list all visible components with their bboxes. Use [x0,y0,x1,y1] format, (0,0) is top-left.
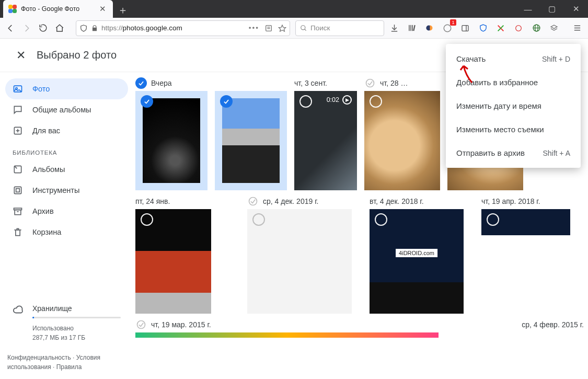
sidebar-item-label: Для вас [32,127,60,135]
select-circle-icon[interactable] [370,95,382,108]
select-circle-icon[interactable] [487,213,499,226]
menu-item-label: Добавить в избранное [456,78,538,87]
group-date-label: Вчера [151,79,172,87]
group-date-label: чт, 28 … [380,79,408,87]
footer-links: Конфиденциальность · Условия использован… [5,348,128,375]
photo-thumb[interactable] [135,209,211,314]
group-header[interactable]: Вчера [135,75,287,91]
sidebar-item-albums[interactable]: Альбомы [5,159,128,180]
footer-privacy[interactable]: Конфиденциальность [7,354,71,361]
svg-rect-10 [413,25,415,31]
group-check-icon[interactable] [135,319,147,330]
menu-item-edit-date[interactable]: Изменить дату и время [446,94,581,118]
photo-thumb[interactable] [135,332,439,338]
group-header[interactable]: ср, 4 февр. 2015 г. [522,317,584,332]
menu-item-favorite[interactable]: Добавить в избранное [446,71,581,94]
group-check-icon[interactable] [135,77,147,89]
tab-title: Фото - Google Фото [21,5,94,13]
lock-icon[interactable] [91,25,98,32]
group-header[interactable]: чт, 19 мар. 2015 г. [135,317,439,332]
sidebar-section-label: БИБЛИОТЕКА [5,141,128,159]
svg-rect-32 [16,189,20,192]
select-circle-icon[interactable] [141,213,153,226]
menu-item-archive[interactable]: Отправить в архив Shift + A [446,141,581,165]
ext-tools-icon[interactable] [493,20,509,36]
photo-thumb[interactable] [247,209,352,314]
footer-rules[interactable]: Правила [56,363,82,371]
group-date-label: чт, 19 апр. 2018 г. [481,197,540,205]
menu-item-shortcut: Shift + D [542,55,570,63]
window-close-button[interactable]: ✕ [564,0,588,18]
sidebar-item-shared[interactable]: Общие альбомы [5,99,128,120]
photo-thumb[interactable] [370,209,464,314]
photo-thumb[interactable] [364,91,440,190]
reader-icon[interactable] [264,24,273,32]
library-icon[interactable] [404,20,420,36]
ext-flag-icon[interactable] [511,20,526,36]
nav-back-button[interactable] [3,20,17,36]
svg-point-38 [137,321,145,329]
select-check-icon[interactable] [141,95,153,108]
browser-tab[interactable]: Фото - Google Фото ✕ [3,0,113,18]
sidebar-item-tools[interactable]: Инструменты [5,180,128,201]
photo-thumb[interactable] [481,209,570,314]
sidebar-item-archive[interactable]: Архив [5,201,128,222]
svg-point-37 [249,198,257,205]
group-date-label: ср, 4 дек. 2019 г. [263,197,318,205]
page-action-dots-icon[interactable]: ••• [249,24,259,32]
ext-stack-icon[interactable] [546,20,562,36]
sidebar: Фото Общие альбомы Для вас БИБЛИОТЕКА Ал… [0,72,133,379]
bookmark-star-icon[interactable] [278,24,286,32]
sidebar-item-label: Общие альбомы [32,106,91,114]
ext-ublock-icon[interactable] [475,20,491,36]
ext-sidebar-icon[interactable] [457,20,473,36]
window-maximize-button[interactable]: ▢ [540,0,564,18]
search-placeholder: Поиск [310,24,330,32]
ext-globe-icon[interactable] [528,20,544,36]
group-header[interactable]: чт, 3 сент. [294,75,357,91]
group-header[interactable]: пт, 24 янв. [135,193,240,209]
group-header[interactable]: вт, 4 дек. 2018 г. [370,193,474,209]
select-circle-icon[interactable] [375,213,387,226]
select-circle-icon[interactable] [299,95,312,108]
selection-close-button[interactable]: ✕ [10,45,31,66]
ext-pocket-icon[interactable]: 1 [440,20,455,36]
video-duration: 0:02 ▶ [327,95,352,105]
group-header[interactable]: ср, 4 дек. 2019 г. [247,193,362,209]
select-check-icon[interactable] [220,95,233,108]
menu-item-label: Скачать [456,54,486,63]
shield-icon[interactable] [79,24,88,32]
browser-toolbar: https://photos.google.com ••• Поиск [0,18,588,39]
window-controls: — ▢ ✕ [516,0,588,18]
storage-title: Хранилище [32,304,121,313]
photo-thumb[interactable] [135,91,207,190]
group-check-icon[interactable] [247,196,259,207]
url-text: https://photos.google.com [101,24,182,32]
group-check-icon[interactable] [364,77,376,89]
sidebar-item-label: Инструменты [32,186,79,194]
selection-count-text: Выбрано 2 фото [37,49,117,61]
downloads-icon[interactable] [386,20,402,36]
new-tab-button[interactable]: ＋ [115,2,131,18]
search-bar[interactable]: Поиск [295,20,384,36]
ext-similarweb-icon[interactable] [422,20,437,36]
storage-widget[interactable]: Хранилище Использовано 287,7 МБ из 17 ГБ [5,304,128,348]
menu-item-download[interactable]: Скачать Shift + D [446,47,581,71]
sidebar-item-photos[interactable]: Фото [5,78,128,99]
photo-thumb[interactable] [215,91,287,190]
nav-home-button[interactable] [52,20,66,36]
menu-item-edit-location[interactable]: Изменить место съемки [446,118,581,141]
nav-forward-button[interactable] [19,20,33,36]
sidebar-item-trash[interactable]: Корзина [5,222,128,243]
sidebar-item-label: Фото [32,85,50,93]
window-minimize-button[interactable]: — [516,0,540,18]
sidebar-item-foryou[interactable]: Для вас [5,120,128,141]
hamburger-menu-button[interactable] [569,20,585,36]
nav-reload-button[interactable] [36,20,50,36]
url-bar[interactable]: https://photos.google.com ••• [76,20,290,36]
select-circle-icon[interactable] [252,213,265,226]
tab-close-button[interactable]: ✕ [98,5,107,13]
video-thumb[interactable]: 0:02 ▶ [294,91,357,190]
group-header[interactable]: чт, 19 апр. 2018 г. [481,193,584,209]
svg-rect-9 [412,25,413,31]
